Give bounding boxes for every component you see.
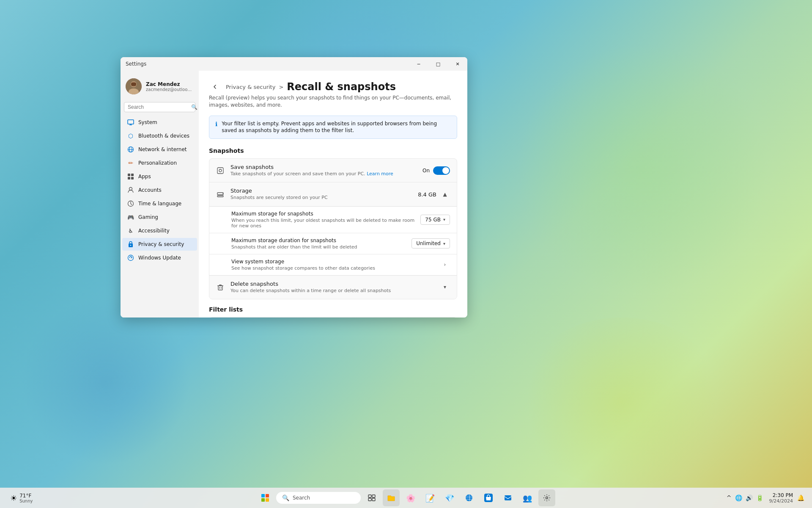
privacy-icon	[127, 241, 134, 248]
sidebar-item-bluetooth[interactable]: ⬡ Bluetooth & devices	[122, 130, 197, 142]
save-snapshots-text: Save snapshots Take snapshots of your sc…	[230, 164, 417, 177]
svg-rect-40	[368, 498, 371, 501]
start-button[interactable]	[257, 489, 274, 506]
storage-value: 8.4 GB	[418, 191, 436, 198]
weather-info: 71°F Sunny	[19, 493, 33, 503]
taskbar-search-icon: 🔍	[282, 494, 289, 501]
storage-desc: Snapshots are securely stored on your PC	[230, 195, 412, 201]
store-button[interactable]	[480, 489, 497, 506]
clock[interactable]: 2:30 PM 9/24/2024	[769, 492, 793, 504]
max-duration-row: Maximum storage duration for snapshots S…	[209, 233, 457, 254]
notification-icon[interactable]: 🔔	[796, 494, 805, 502]
svg-rect-10	[131, 174, 134, 176]
svg-point-45	[546, 497, 548, 499]
storage-text: Storage Snapshots are securely stored on…	[230, 188, 412, 201]
max-duration-text: Maximum storage duration for snapshots S…	[231, 237, 406, 250]
sidebar-label-time: Time & language	[138, 201, 181, 207]
storage-row: Storage Snapshots are securely stored on…	[209, 182, 457, 206]
personalization-icon: ✏	[127, 160, 134, 166]
search-input[interactable]	[128, 104, 191, 110]
max-duration-control: Unlimited ▾	[411, 238, 450, 248]
search-icon: 🔍	[191, 104, 198, 110]
storage-label: Storage	[230, 188, 412, 194]
max-storage-control: 75 GB ▾	[420, 215, 450, 225]
svg-rect-36	[261, 498, 265, 502]
svg-rect-20	[217, 193, 223, 195]
max-storage-label: Maximum storage for snapshots	[231, 211, 414, 217]
teams-button[interactable]: 👥	[519, 489, 536, 506]
browser-button[interactable]	[461, 489, 477, 506]
taskbar-search[interactable]: 🔍 Search	[276, 492, 361, 504]
svg-rect-37	[266, 498, 269, 502]
system-icon	[127, 119, 134, 126]
settings-taskbar-button[interactable]	[538, 489, 555, 506]
sidebar-item-accessibility[interactable]: ♿ Accessibility	[122, 224, 197, 237]
chevron-tray-icon[interactable]: ^	[726, 494, 732, 502]
sidebar-item-gaming[interactable]: 🎮 Gaming	[122, 211, 197, 224]
sidebar-label-apps: Apps	[138, 174, 151, 179]
view-storage-row[interactable]: View system storage See how snapshot sto…	[209, 254, 457, 276]
storage-collapse-button[interactable]: ▲	[440, 189, 450, 199]
sidebar-item-system[interactable]: System	[122, 116, 197, 129]
info-icon: ℹ	[215, 121, 217, 127]
filter-lists-section-title: Filter lists	[209, 306, 457, 313]
svg-point-19	[219, 169, 222, 172]
svg-rect-35	[266, 494, 269, 497]
taskbar-center: 🔍 Search 🌸 📝 💎	[257, 489, 555, 506]
breadcrumb: Privacy & security > Recall & snapshots	[209, 81, 457, 93]
network-icon	[127, 146, 134, 153]
svg-rect-39	[372, 495, 375, 497]
sidebar-item-network[interactable]: Network & internet	[122, 143, 197, 156]
svg-rect-11	[128, 177, 130, 179]
save-snapshots-learn-more[interactable]: Learn more	[367, 171, 393, 177]
title-bar-controls: − □ ✕	[409, 57, 467, 71]
storage-icon	[216, 190, 225, 199]
max-storage-dropdown[interactable]: 75 GB ▾	[420, 215, 450, 225]
save-snapshots-icon	[216, 166, 225, 175]
sidebar: Zac Mendez zacmendez@outlook.com 🔍 Syste…	[121, 71, 199, 318]
app2-button[interactable]: 📝	[422, 489, 439, 506]
save-snapshots-status: On	[422, 168, 430, 174]
sidebar-item-accounts[interactable]: Accounts	[122, 184, 197, 196]
sidebar-item-time[interactable]: Time & language	[122, 197, 197, 210]
search-box[interactable]: 🔍	[124, 102, 195, 112]
max-storage-chevron: ▾	[443, 217, 445, 222]
info-banner: ℹ Your filter list is empty. Prevent app…	[209, 116, 457, 139]
delete-snapshots-expand[interactable]: ▾	[440, 282, 450, 292]
back-button[interactable]	[209, 81, 221, 93]
app3-button[interactable]: 💎	[441, 489, 458, 506]
close-button[interactable]: ✕	[448, 57, 467, 71]
svg-rect-34	[261, 494, 265, 497]
delete-snapshots-icon	[216, 283, 225, 291]
save-snapshots-toggle[interactable]	[433, 166, 450, 175]
sidebar-item-privacy[interactable]: Privacy & security	[122, 238, 197, 251]
taskbar: ☀️ 71°F Sunny 🔍 Search 🌸	[0, 488, 812, 508]
svg-rect-5	[128, 120, 134, 124]
title-bar: Settings − □ ✕	[121, 57, 467, 71]
clock-time: 2:30 PM	[769, 492, 793, 498]
user-section[interactable]: Zac Mendez zacmendez@outlook.com	[121, 74, 199, 99]
bluetooth-icon: ⬡	[127, 133, 134, 139]
network-tray-icon[interactable]: 🌐	[734, 494, 743, 502]
mail-button[interactable]	[499, 489, 516, 506]
breadcrumb-separator: >	[279, 84, 283, 90]
accounts-icon	[127, 187, 134, 193]
svg-rect-21	[217, 196, 223, 197]
app1-button[interactable]: 🌸	[402, 489, 419, 506]
accessibility-icon: ♿	[127, 227, 134, 234]
volume-tray-icon[interactable]: 🔊	[745, 494, 754, 502]
sidebar-item-apps[interactable]: Apps	[122, 170, 197, 183]
weather-widget[interactable]: ☀️ 71°F Sunny	[7, 491, 36, 505]
battery-tray-icon[interactable]: 🔋	[755, 494, 764, 502]
sidebar-item-personalization[interactable]: ✏ Personalization	[122, 157, 197, 169]
breadcrumb-parent[interactable]: Privacy & security	[226, 84, 275, 90]
maximize-button[interactable]: □	[428, 57, 448, 71]
save-snapshots-desc: Take snapshots of your screen and save t…	[230, 171, 417, 177]
sidebar-item-update[interactable]: Windows Update	[122, 251, 197, 264]
file-explorer-button[interactable]	[383, 489, 400, 506]
sidebar-label-system: System	[138, 119, 157, 125]
max-duration-dropdown[interactable]: Unlimited ▾	[411, 238, 450, 248]
task-view-button[interactable]	[363, 489, 380, 506]
minimize-button[interactable]: −	[409, 57, 428, 71]
view-storage-chevron[interactable]: ›	[440, 260, 450, 270]
